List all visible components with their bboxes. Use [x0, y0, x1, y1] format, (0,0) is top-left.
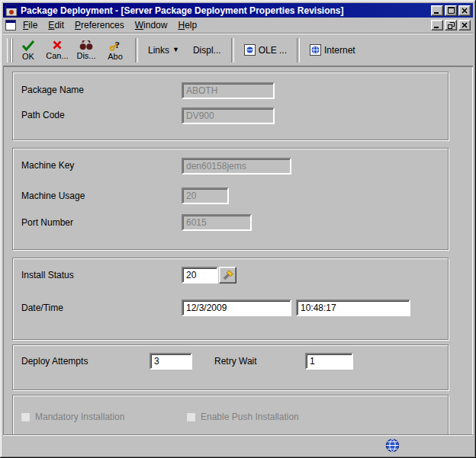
internet-icon — [310, 44, 321, 56]
about-button[interactable]: ? Abo — [101, 36, 130, 65]
enable-push-installation-checkbox — [186, 412, 196, 422]
retry-wait-field[interactable] — [305, 353, 353, 370]
group-deploy — [12, 344, 449, 390]
chevron-down-icon: ▼ — [172, 46, 179, 53]
child-window-icon — [5, 20, 16, 30]
menu-edit[interactable]: Edit — [43, 18, 69, 32]
ole-button[interactable]: OLE ... — [240, 36, 291, 65]
cancel-label: Can... — [46, 51, 68, 60]
binoculars-icon — [79, 40, 93, 50]
minimize-icon — [434, 8, 440, 14]
child-close-button[interactable] — [458, 20, 471, 30]
internet-label: Internet — [324, 45, 355, 56]
machine-key-label: Machine Key — [21, 160, 74, 171]
display-button[interactable]: Dis... — [72, 36, 101, 65]
time-field[interactable] — [296, 299, 410, 316]
toolbar-gripper[interactable] — [7, 38, 11, 62]
flashlight-icon — [222, 269, 234, 281]
ole-label: OLE ... — [259, 45, 287, 56]
links-label: Links — [148, 45, 169, 56]
visual-assist-button[interactable] — [219, 267, 236, 283]
menu-window[interactable]: Window — [130, 18, 173, 32]
path-code-label: Path Code — [21, 110, 65, 120]
minimize-button[interactable] — [431, 5, 443, 16]
machine-key-field — [182, 158, 291, 175]
links-dropdown[interactable]: Links ▼ — [143, 36, 184, 65]
cancel-x-icon — [52, 40, 63, 50]
app-window: Package Deployment - [Server Package Dep… — [0, 0, 476, 458]
close-button[interactable] — [458, 5, 471, 16]
package-name-field — [182, 82, 275, 99]
deploy-attempts-label: Deploy Attempts — [21, 356, 88, 367]
enable-push-installation-label: Enable Push Installation — [201, 412, 299, 422]
window-title: Package Deployment - [Server Package Dep… — [21, 5, 428, 16]
machine-usage-field — [182, 187, 229, 204]
path-code-field — [182, 107, 275, 124]
maximize-icon — [448, 7, 455, 14]
close-icon — [462, 8, 468, 14]
svg-text:?: ? — [115, 39, 121, 50]
restore-icon — [448, 22, 455, 29]
enable-push-installation-option: Enable Push Installation — [186, 412, 299, 422]
toolbar-separator — [297, 38, 300, 62]
title-bar[interactable]: Package Deployment - [Server Package Dep… — [3, 3, 473, 18]
displ-label: Displ... — [193, 45, 221, 56]
mandatory-installation-label: Mandatory Installation — [35, 412, 124, 422]
check-icon — [21, 40, 35, 51]
mandatory-installation-option: Mandatory Installation — [21, 412, 124, 422]
internet-button[interactable]: Internet — [305, 36, 360, 65]
displ-button[interactable]: Displ... — [188, 36, 226, 65]
minimize-icon — [434, 22, 440, 28]
ole-icon — [244, 44, 256, 56]
machine-usage-label: Machine Usage — [21, 191, 85, 201]
ok-label: OK — [22, 52, 34, 61]
status-bar — [3, 434, 473, 455]
toolbar: OK Can... Dis... ? Abo Links ▼ Displ... — [3, 34, 473, 66]
child-restore-button[interactable] — [445, 20, 457, 30]
port-number-field — [182, 214, 252, 231]
package-name-label: Package Name — [21, 85, 84, 95]
menu-help[interactable]: Help — [172, 18, 202, 32]
deploy-attempts-field[interactable] — [150, 353, 192, 370]
retry-wait-label: Retry Wait — [214, 356, 257, 367]
menu-preferences[interactable]: Preferences — [69, 18, 130, 32]
menu-bar: File Edit Preferences Window Help — [3, 18, 473, 34]
install-status-label: Install Status — [21, 270, 74, 280]
ok-button[interactable]: OK — [14, 36, 43, 65]
display-label: Dis... — [76, 51, 95, 60]
about-label: Abo — [108, 52, 123, 61]
cancel-button[interactable]: Can... — [43, 36, 72, 65]
install-status-field[interactable] — [182, 267, 218, 283]
help-key-icon: ? — [109, 39, 121, 51]
maximize-button[interactable] — [445, 5, 457, 16]
date-field[interactable] — [182, 299, 291, 316]
close-icon — [462, 22, 468, 28]
date-time-label: Date/Time — [21, 303, 63, 313]
toolbar-separator — [135, 38, 138, 62]
app-icon — [5, 5, 18, 17]
port-number-label: Port Number — [21, 217, 73, 228]
toolbar-separator — [231, 38, 234, 62]
mandatory-installation-checkbox — [21, 412, 31, 422]
menu-file[interactable]: File — [18, 18, 43, 32]
child-minimize-button[interactable] — [431, 20, 443, 30]
globe-icon — [385, 438, 400, 453]
